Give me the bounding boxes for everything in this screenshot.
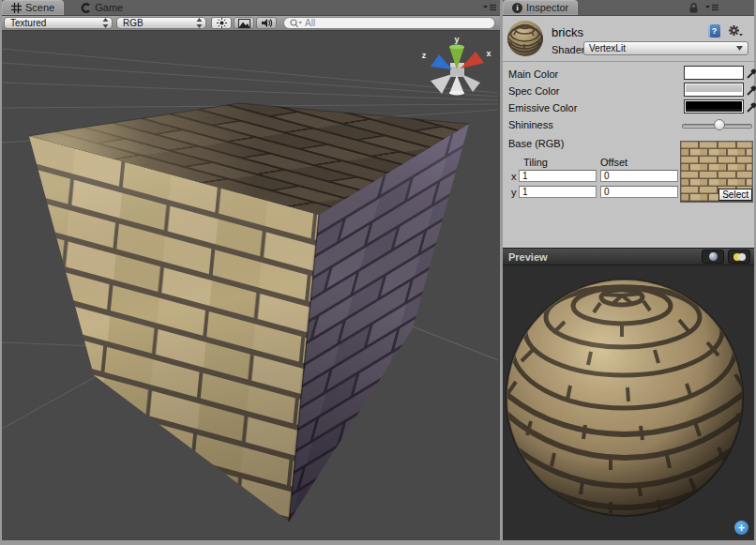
slider-thumb[interactable] [714, 119, 725, 130]
offset-header: Offset [600, 157, 627, 168]
help-icon[interactable]: ? [708, 24, 720, 38]
main-color-label: Main Color [508, 68, 558, 81]
preview-sphere [503, 265, 754, 540]
tiling-y-input[interactable] [519, 186, 597, 198]
material-preview-thumbnail [507, 20, 544, 57]
offset-y-input[interactable] [600, 186, 678, 198]
lock-icon[interactable] [688, 2, 699, 13]
color-mode-dropdown[interactable]: RGB [116, 17, 206, 29]
chevron-down-icon [736, 46, 743, 51]
add-preview-button[interactable]: + [734, 521, 748, 535]
shader-dropdown[interactable]: VertexLit [583, 41, 748, 55]
eyedropper-icon[interactable] [746, 83, 756, 96]
material-inspector: bricks Shader VertexLit ? [503, 16, 754, 248]
eyedropper-icon[interactable] [746, 66, 756, 79]
preview-lighting-button[interactable] [728, 250, 750, 264]
gizmo-z-axis-cone[interactable] [431, 54, 452, 69]
tab-inspector[interactable]: i Inspector [503, 0, 578, 15]
main-color-swatch[interactable] [684, 66, 744, 80]
tab-game-label: Game [95, 2, 123, 13]
tiling-header: Tiling [523, 157, 548, 168]
draw-mode-value: Textured [10, 18, 46, 28]
gizmo-x-label: x [486, 49, 491, 58]
axis-x-label: x [511, 171, 517, 183]
base-texture-label: Base (RGB) [508, 138, 564, 150]
updown-arrows-icon [196, 18, 203, 28]
grid-icon [11, 3, 22, 13]
updown-arrows-icon [102, 18, 109, 28]
gizmo-x-axis-cone[interactable] [461, 52, 484, 68]
eyedropper-icon[interactable] [746, 99, 756, 113]
gizmo-y-label: y [454, 35, 459, 44]
image-icon [238, 19, 250, 28]
lighting-toggle-button[interactable] [211, 17, 232, 29]
scene-toolbar: Textured RGB [2, 16, 500, 31]
spec-color-label: Spec Color [508, 85, 559, 98]
shininess-label: Shininess [508, 119, 553, 131]
shininess-slider[interactable] [682, 118, 752, 131]
unity-editor-window: Scene Game Textured [0, 0, 756, 545]
speaker-icon [261, 18, 273, 28]
scene-canvas: y x z [2, 31, 498, 540]
panel-menu-icon[interactable] [483, 3, 496, 12]
shader-label: Shader [552, 44, 584, 55]
sun-icon [217, 18, 227, 28]
draw-mode-dropdown[interactable]: Textured [4, 17, 113, 29]
gizmo-neg-axis-cone[interactable] [431, 74, 452, 94]
info-icon: i [512, 3, 522, 13]
sphere-icon [709, 252, 718, 261]
axis-y-label: y [511, 187, 517, 199]
base-texture-thumbnail[interactable]: Select [680, 141, 753, 203]
gizmo-z-label: z [422, 51, 427, 60]
search-input[interactable] [305, 18, 489, 28]
gear-icon[interactable] [728, 24, 743, 38]
offset-x-input[interactable] [600, 170, 678, 182]
tab-game[interactable]: Game [71, 0, 132, 15]
select-texture-button[interactable]: Select [718, 189, 752, 201]
tab-inspector-label: Inspector [526, 2, 568, 13]
scene-viewport[interactable]: y x z [2, 31, 498, 540]
preview-area[interactable]: + [503, 265, 754, 540]
light-off-icon [738, 253, 746, 261]
panel-menu-icon[interactable] [705, 3, 718, 12]
brick-cube[interactable] [29, 103, 469, 522]
tab-scene-label: Scene [25, 2, 54, 13]
emissive-color-label: Emissive Color [508, 102, 577, 114]
shader-value: VertexLit [589, 43, 626, 53]
tiling-x-input[interactable] [519, 170, 597, 182]
skybox-toggle-button[interactable] [234, 17, 254, 29]
inspector-panel: i Inspector [503, 0, 754, 540]
material-name: bricks [552, 25, 583, 39]
scene-tabstrip: Scene Game [2, 0, 500, 16]
audio-toggle-button[interactable] [256, 17, 277, 29]
color-mode-value: RGB [123, 18, 144, 28]
preview-header[interactable]: Preview [503, 248, 754, 265]
scene-panel: Scene Game Textured [2, 0, 500, 540]
material-header: bricks Shader VertexLit ? [503, 16, 754, 62]
tab-scene[interactable]: Scene [2, 0, 64, 15]
scene-search[interactable] [283, 17, 495, 29]
spec-color-swatch[interactable] [684, 83, 744, 97]
search-icon [290, 19, 302, 28]
orientation-gizmo[interactable]: y x z [422, 35, 491, 96]
preview-title: Preview [508, 251, 548, 263]
emissive-color-swatch[interactable] [684, 99, 744, 114]
game-icon [81, 3, 91, 13]
preview-model-button[interactable] [702, 250, 724, 264]
inspector-tabstrip: i Inspector [503, 0, 754, 16]
